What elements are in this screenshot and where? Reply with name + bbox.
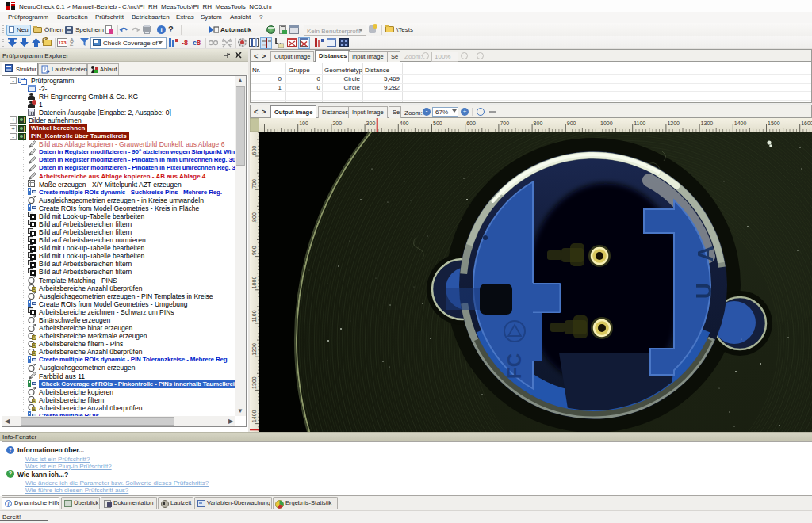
svg-text:1000: 1000 [251,277,257,289]
svg-text:200: 200 [332,120,342,126]
svg-text:700: 700 [500,120,509,126]
svg-text:800: 800 [534,120,543,126]
svg-text:500: 500 [433,120,442,126]
svg-text:1000: 1000 [600,120,613,126]
svg-text:700: 700 [251,179,257,189]
svg-text:1300: 1300 [701,120,714,126]
svg-text:1500: 1500 [768,120,780,126]
svg-text:100: 100 [299,120,308,126]
svg-text:1600: 1600 [801,120,812,126]
svg-text:1400: 1400 [734,120,747,126]
svg-text:1200: 1200 [667,120,680,126]
svg-text:1400: 1400 [251,410,257,422]
svg-text:1100: 1100 [634,120,645,126]
svg-text:1100: 1100 [251,310,257,322]
svg-text:900: 900 [251,246,257,255]
svg-text:A: A [693,246,718,262]
svg-text:400: 400 [400,120,409,126]
svg-text:600: 600 [466,120,476,126]
svg-text:1200: 1200 [251,343,257,356]
svg-text:300: 300 [366,120,376,126]
svg-text:FC: FC [504,353,525,379]
svg-text:U: U [691,283,716,299]
svg-text:1300: 1300 [251,376,257,389]
svg-text:900: 900 [567,120,576,126]
svg-text:800: 800 [251,212,257,222]
svg-text:600: 600 [251,146,257,155]
